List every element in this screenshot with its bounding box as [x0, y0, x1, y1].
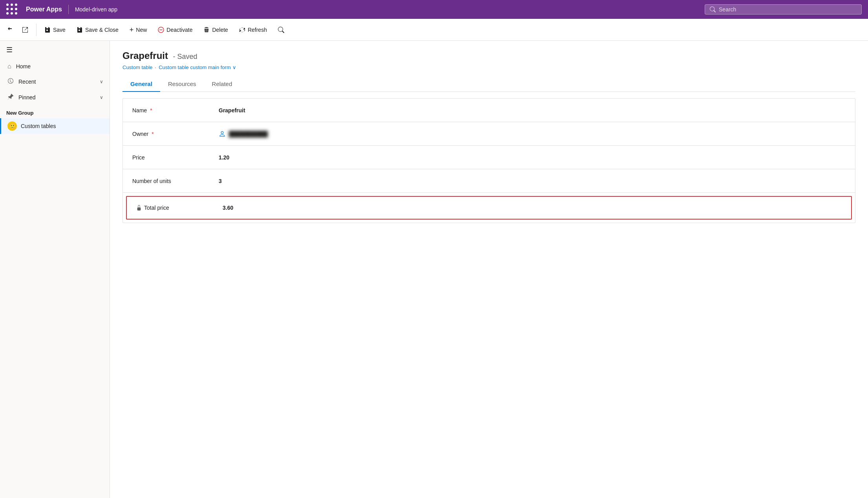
main-layout: ☰ ⌂ Home Recent ∨ Pinned ∨ New Group 🙂 C… — [0, 41, 868, 498]
content-area: Grapefruit - Saved Custom table · Custom… — [110, 41, 868, 498]
top-bar: Power Apps Model-driven app — [0, 0, 868, 19]
owner-value-container[interactable]: ██████████ — [219, 130, 268, 137]
form-container: Name * Grapefruit Owner * ██████████ — [122, 98, 855, 223]
search-command-icon — [278, 27, 284, 33]
pinned-icon — [7, 93, 14, 101]
search-command-button[interactable] — [273, 24, 289, 35]
app-name: Model-driven app — [75, 6, 117, 13]
breadcrumb-chevron-icon: ∨ — [232, 64, 236, 70]
sidebar: ☰ ⌂ Home Recent ∨ Pinned ∨ New Group 🙂 C… — [0, 41, 110, 498]
deactivate-button[interactable]: Deactivate — [153, 24, 197, 35]
breadcrumb-table-link[interactable]: Custom table — [122, 64, 153, 70]
delete-icon — [203, 27, 210, 33]
app-launcher-button[interactable] — [6, 4, 18, 15]
custom-tables-icon: 🙂 — [7, 121, 17, 131]
refresh-button[interactable]: Refresh — [234, 24, 272, 35]
deactivate-icon — [158, 27, 164, 33]
field-row-total-price: Total price 3.60 — [126, 196, 852, 220]
field-row-price: Price 1.20 — [123, 146, 855, 169]
top-bar-divider — [68, 5, 69, 14]
field-label-owner: Owner * — [132, 131, 219, 137]
tab-resources[interactable]: Resources — [160, 77, 204, 92]
field-row-owner: Owner * ██████████ — [123, 122, 855, 146]
search-input[interactable] — [719, 6, 857, 13]
tab-general[interactable]: General — [122, 77, 160, 92]
field-value-price[interactable]: 1.20 — [219, 154, 846, 161]
field-value-total-price: 3.60 — [223, 205, 842, 211]
record-title: Grapefruit — [122, 50, 168, 61]
save-label: Save — [53, 27, 66, 33]
deactivate-label: Deactivate — [166, 27, 192, 33]
required-star-name: * — [150, 107, 152, 114]
sidebar-item-home[interactable]: ⌂ Home — [0, 59, 110, 74]
new-button[interactable]: + New — [125, 24, 152, 36]
user-icon — [219, 130, 226, 137]
field-row-units: Number of units 3 — [123, 169, 855, 193]
field-label-price: Price — [132, 154, 219, 161]
save-close-icon — [77, 27, 83, 33]
custom-tables-label: Custom tables — [21, 123, 56, 129]
recent-chevron-icon: ∨ — [100, 79, 103, 84]
tab-related[interactable]: Related — [204, 77, 240, 92]
delete-button[interactable]: Delete — [199, 24, 232, 35]
new-label: New — [136, 27, 147, 33]
lock-icon — [136, 205, 142, 211]
hamburger-button[interactable]: ☰ — [0, 41, 110, 59]
field-value-owner: ██████████ — [229, 131, 268, 137]
back-button[interactable] — [3, 23, 16, 36]
cmd-divider-1 — [36, 24, 37, 36]
recent-icon — [7, 78, 14, 86]
breadcrumb: Custom table · Custom table custom main … — [122, 64, 855, 70]
field-label-name: Name * — [132, 107, 219, 114]
refresh-label: Refresh — [248, 27, 267, 33]
sidebar-item-custom-tables[interactable]: 🙂 Custom tables — [0, 118, 110, 134]
tabs: General Resources Related — [122, 77, 855, 92]
breadcrumb-form-dropdown[interactable]: Custom table custom main form ∨ — [159, 64, 236, 70]
save-close-label: Save & Close — [85, 27, 119, 33]
save-button[interactable]: Save — [40, 24, 70, 35]
plus-icon: + — [130, 26, 134, 33]
popout-button[interactable] — [17, 24, 33, 35]
delete-label: Delete — [212, 27, 228, 33]
app-logo-text: Power Apps — [26, 6, 62, 13]
refresh-icon — [239, 27, 245, 33]
field-value-units[interactable]: 3 — [219, 178, 846, 184]
record-header: Grapefruit - Saved — [122, 50, 855, 61]
pinned-label: Pinned — [18, 94, 36, 101]
field-value-name[interactable]: Grapefruit — [219, 107, 846, 114]
new-group-header: New Group — [0, 105, 110, 118]
save-close-button[interactable]: Save & Close — [72, 24, 123, 35]
pinned-chevron-icon: ∨ — [100, 95, 103, 100]
required-star-owner: * — [152, 131, 153, 137]
save-icon — [44, 27, 51, 33]
home-label: Home — [16, 63, 31, 70]
breadcrumb-separator: · — [155, 64, 157, 70]
command-bar: Save Save & Close + New Deactivate Delet… — [0, 19, 868, 41]
search-icon — [710, 6, 716, 13]
field-row-name: Name * Grapefruit — [123, 99, 855, 122]
breadcrumb-form-label: Custom table custom main form — [159, 64, 231, 70]
field-label-total-price: Total price — [136, 205, 223, 211]
field-label-units: Number of units — [132, 178, 219, 184]
record-status: - Saved — [173, 53, 197, 60]
sidebar-item-pinned[interactable]: Pinned ∨ — [0, 90, 110, 105]
search-bar[interactable] — [705, 4, 862, 15]
home-icon: ⌂ — [7, 63, 11, 70]
recent-label: Recent — [18, 79, 36, 85]
sidebar-item-recent[interactable]: Recent ∨ — [0, 74, 110, 90]
